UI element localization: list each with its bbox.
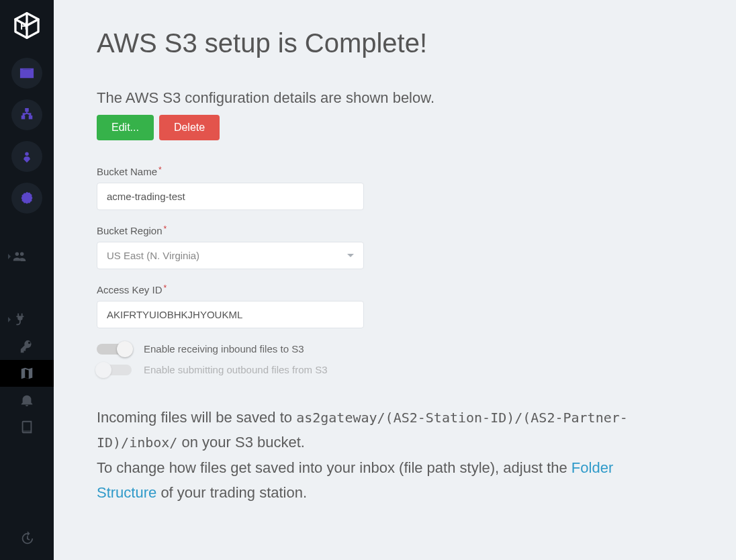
field-access-key-id: Access Key ID* xyxy=(97,284,364,328)
main-content: AWS S3 setup is Complete! The AWS S3 con… xyxy=(54,0,736,560)
input-access-key-id[interactable] xyxy=(97,301,364,328)
toggle-inbound-row: Enable receiving inbound files to S3 xyxy=(97,343,693,355)
label-bucket-name: Bucket Name* xyxy=(97,166,364,177)
badge-icon xyxy=(19,191,34,205)
history-icon xyxy=(19,531,34,546)
svg-point-0 xyxy=(25,152,29,156)
label-bucket-region: Bucket Region* xyxy=(97,225,364,236)
users-icon xyxy=(12,249,27,264)
chevron-down-icon xyxy=(347,254,354,257)
nav-history[interactable] xyxy=(0,525,54,552)
nav-sitemap[interactable] xyxy=(11,99,42,130)
action-buttons: Edit... Delete xyxy=(97,115,693,140)
plug-icon xyxy=(12,312,27,327)
book-icon xyxy=(19,420,34,434)
nav-users[interactable] xyxy=(0,243,54,270)
field-bucket-region: Bucket Region* US East (N. Virginia) xyxy=(97,225,364,269)
nav-badge[interactable] xyxy=(11,183,42,214)
edit-button[interactable]: Edit... xyxy=(97,115,154,140)
caret-icon xyxy=(8,254,11,259)
nav-book[interactable] xyxy=(0,414,54,440)
toggle-outbound[interactable] xyxy=(97,365,132,375)
delete-button[interactable]: Delete xyxy=(159,115,220,140)
bell-icon xyxy=(19,393,34,408)
info-line1-a: Incoming files will be saved to xyxy=(97,409,296,426)
cube-logo-icon xyxy=(13,11,41,40)
nav-map[interactable] xyxy=(0,360,54,387)
label-access-key-id: Access Key ID* xyxy=(97,284,364,295)
info-line2-b: of your trading station. xyxy=(156,484,307,501)
info-text: Incoming files will be saved to as2gatew… xyxy=(97,405,647,506)
key-icon xyxy=(19,339,34,354)
info-line1-b: on your S3 bucket. xyxy=(177,434,305,451)
toggle-outbound-row: Enable submitting outbound files from S3 xyxy=(97,364,693,375)
toggle-outbound-label: Enable submitting outbound files from S3 xyxy=(144,364,328,375)
input-bucket-name[interactable] xyxy=(97,183,364,210)
nav-envelope[interactable] xyxy=(11,58,42,89)
page-title: AWS S3 setup is Complete! xyxy=(97,28,693,58)
select-bucket-region[interactable]: US East (N. Virginia) xyxy=(97,242,364,269)
envelope-icon xyxy=(19,66,34,81)
map-icon xyxy=(19,366,34,381)
logo[interactable] xyxy=(12,11,42,40)
nav-plug[interactable] xyxy=(0,306,54,333)
field-bucket-name: Bucket Name* xyxy=(97,166,364,210)
info-line2-a: To change how files get saved into your … xyxy=(97,459,571,476)
toggle-inbound[interactable] xyxy=(97,344,132,355)
caret-icon xyxy=(8,317,11,322)
user-pin-icon xyxy=(19,149,34,164)
nav-key[interactable] xyxy=(0,333,54,360)
sitemap-icon xyxy=(19,107,34,122)
toggle-inbound-label: Enable receiving inbound files to S3 xyxy=(144,343,304,355)
sidebar xyxy=(0,0,54,560)
page-subtitle: The AWS S3 configuration details are sho… xyxy=(97,89,693,107)
select-bucket-region-value: US East (N. Virginia) xyxy=(107,250,199,261)
nav-bell[interactable] xyxy=(0,387,54,414)
nav-user-pin[interactable] xyxy=(11,141,42,172)
